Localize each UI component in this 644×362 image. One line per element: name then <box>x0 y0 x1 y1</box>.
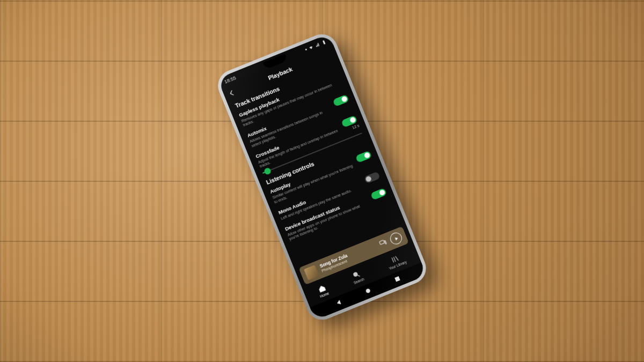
nav-library[interactable]: Your Library <box>385 252 407 270</box>
square-recent-icon <box>393 275 402 283</box>
battery-icon <box>321 39 327 46</box>
triangle-back-icon <box>334 299 343 307</box>
play-icon <box>393 235 400 242</box>
svg-rect-8 <box>395 277 400 282</box>
slider-thumb[interactable] <box>264 167 272 176</box>
play-button[interactable] <box>389 231 404 246</box>
toggle-mono-audio[interactable] <box>364 171 380 183</box>
sys-back-button[interactable] <box>334 298 344 309</box>
toggle-automix[interactable] <box>333 94 349 107</box>
sys-recent-button[interactable] <box>393 274 402 285</box>
status-time: 18:55 <box>224 75 237 85</box>
circle-home-icon <box>364 287 372 295</box>
devices-icon <box>378 238 387 247</box>
toggle-broadcast[interactable] <box>370 188 387 200</box>
svg-rect-1 <box>384 240 386 244</box>
sys-home-button[interactable] <box>363 286 373 297</box>
svg-line-6 <box>396 255 399 261</box>
nav-search[interactable]: Search <box>350 269 365 284</box>
album-art <box>304 265 319 280</box>
svg-point-7 <box>365 289 370 293</box>
toggle-autoplay[interactable] <box>355 151 372 163</box>
back-button[interactable] <box>226 85 238 101</box>
signal-icon <box>314 41 321 48</box>
svg-rect-0 <box>379 240 385 245</box>
svg-line-3 <box>357 274 360 277</box>
svg-line-5 <box>394 257 396 262</box>
status-dot-icon <box>305 48 307 50</box>
wifi-icon <box>308 44 314 50</box>
devices-button[interactable] <box>378 238 389 249</box>
nav-home[interactable]: Home <box>316 283 330 298</box>
chevron-left-icon <box>227 88 237 98</box>
svg-point-2 <box>353 272 358 277</box>
svg-line-4 <box>392 257 393 262</box>
